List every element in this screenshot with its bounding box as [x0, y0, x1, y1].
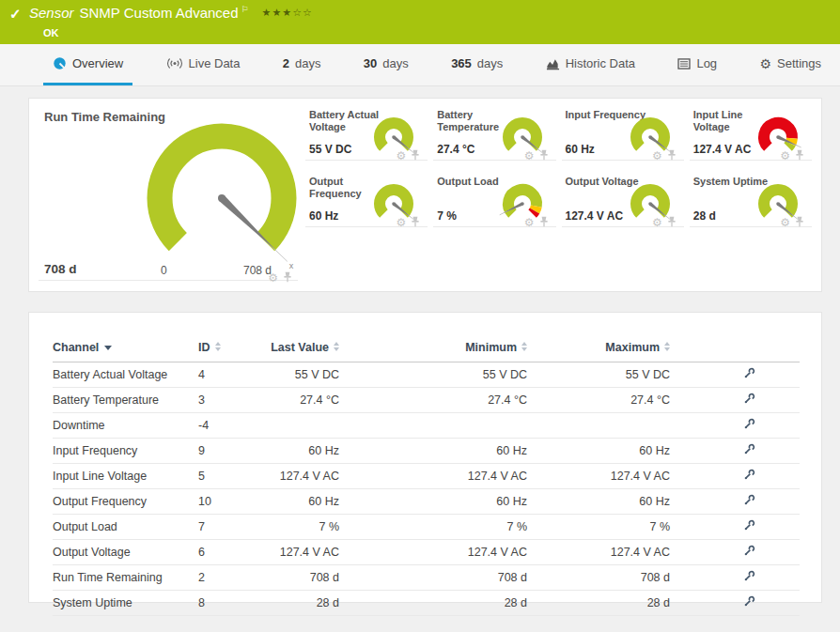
- tile-actions: ⚙: [396, 214, 420, 231]
- column-header-last-value[interactable]: Last Value: [245, 333, 339, 362]
- channel-settings-icon[interactable]: [743, 367, 755, 382]
- channel-settings-icon[interactable]: [743, 570, 755, 585]
- tab-historic-data[interactable]: Historic Data: [537, 44, 645, 85]
- sort-icon: [334, 342, 339, 351]
- channel-settings-icon[interactable]: [743, 595, 755, 610]
- last-value: 708 d: [245, 564, 339, 590]
- tab-2-days[interactable]: 2days: [273, 44, 331, 85]
- last-value: 28 d: [245, 590, 339, 615]
- tile-actions: ⚙: [780, 147, 804, 164]
- channel-row-battery-temperature[interactable]: Battery Temperature327.4 °C27.4 °C27.4 °…: [53, 387, 800, 412]
- gauge-value: 55 V DC: [309, 143, 351, 156]
- pin-icon[interactable]: [283, 270, 292, 286]
- sort-icon: [521, 342, 527, 351]
- channel-id: 7: [198, 514, 245, 539]
- channel-settings-icon[interactable]: [743, 418, 755, 433]
- ok-check-icon: ✓: [9, 6, 22, 23]
- channel-name: Input Line Voltage: [53, 463, 198, 488]
- pin-icon[interactable]: [667, 214, 677, 231]
- status-badge: OK: [43, 27, 59, 39]
- column-header-minimum[interactable]: Minimum: [339, 333, 527, 362]
- minimum-value: 55 V DC: [339, 362, 527, 387]
- pin-icon[interactable]: [539, 147, 549, 164]
- flag-icon[interactable]: ⚐: [241, 5, 249, 14]
- column-header-maximum[interactable]: Maximum: [527, 333, 670, 362]
- tab-overview[interactable]: Overview: [43, 44, 132, 85]
- column-header-id[interactable]: ID: [198, 333, 245, 362]
- channel-row-downtime[interactable]: Downtime-4: [53, 412, 800, 438]
- channel-settings-icon[interactable]: [743, 545, 755, 560]
- channel-row-output-voltage[interactable]: Output Voltage6127.4 V AC127.4 V AC127.4…: [53, 539, 800, 564]
- channel-row-battery-actual-voltage[interactable]: Battery Actual Voltage455 V DC55 V DC55 …: [53, 362, 800, 387]
- channel-row-system-uptime[interactable]: System Uptime828 d28 d28 d: [53, 590, 800, 615]
- column-label: Minimum: [465, 341, 517, 354]
- gear-icon[interactable]: ⚙: [268, 272, 278, 284]
- pin-icon[interactable]: [411, 147, 420, 164]
- channel-row-output-load[interactable]: Output Load77 %7 %7 %: [53, 514, 800, 539]
- maximum-value: 27.4 °C: [527, 387, 670, 412]
- tab-30-days[interactable]: 30days: [354, 44, 418, 85]
- tab-log[interactable]: Log: [668, 44, 726, 85]
- gear-icon[interactable]: ⚙: [780, 150, 790, 162]
- minimum-value: 27.4 °C: [339, 387, 527, 412]
- last-value: 60 Hz: [245, 438, 339, 463]
- gauge-value: 127.4 V AC: [566, 209, 624, 223]
- priority-stars[interactable]: ★★★☆☆: [262, 7, 313, 18]
- tab-label: Log: [696, 56, 717, 70]
- tab-label: days: [477, 56, 503, 70]
- tab-live-data[interactable]: Live Data: [157, 44, 250, 85]
- channel-settings-icon[interactable]: [743, 469, 755, 484]
- channel-settings-icon[interactable]: [743, 393, 755, 408]
- maximum-value: 7 %: [527, 514, 670, 539]
- tab-label-number: 2: [283, 56, 289, 70]
- channel-id: 9: [198, 438, 245, 463]
- channel-settings-icon[interactable]: [743, 443, 755, 458]
- channel-row-run-time-remaining[interactable]: Run Time Remaining2708 d708 d708 d: [53, 564, 800, 590]
- gear-icon[interactable]: ⚙: [652, 150, 662, 162]
- pin-icon[interactable]: [539, 214, 549, 231]
- channel-row-input-frequency[interactable]: Input Frequency960 Hz60 Hz60 Hz: [53, 438, 800, 463]
- maximum-value: 127.4 V AC: [527, 463, 670, 488]
- gear-icon[interactable]: ⚙: [524, 150, 535, 162]
- column-header-channel[interactable]: Channel: [53, 333, 198, 362]
- minimum-value: 28 d: [339, 590, 527, 615]
- column-label: Maximum: [605, 341, 660, 354]
- gauge-tile-output-load: Output Load7 %⚙: [433, 173, 555, 227]
- gauge-tile-output-frequency: Output Frequency60 Hz⚙: [305, 173, 428, 227]
- tab-label-number: 365: [451, 56, 472, 70]
- gear-icon[interactable]: ⚙: [396, 150, 406, 162]
- tab-365-days[interactable]: 365days: [442, 44, 512, 85]
- maximum-value: [527, 412, 670, 438]
- tab-settings[interactable]: ⚙Settings: [750, 44, 831, 85]
- gauge-tile-battery-temperature: Battery Temperature27.4 °C⚙: [433, 106, 555, 161]
- column-label: Channel: [53, 341, 99, 354]
- channel-id: 8: [198, 590, 245, 615]
- channel-name: Battery Temperature: [53, 387, 198, 412]
- channel-row-output-frequency[interactable]: Output Frequency1060 Hz60 Hz60 Hz: [53, 488, 800, 514]
- maximum-value: 60 Hz: [527, 488, 670, 514]
- pin-icon[interactable]: [667, 147, 677, 164]
- channel-row-input-line-voltage[interactable]: Input Line Voltage5127.4 V AC127.4 V AC1…: [53, 463, 800, 488]
- channel-name: Output Voltage: [53, 539, 198, 564]
- pin-icon[interactable]: [795, 147, 804, 164]
- gear-icon[interactable]: ⚙: [652, 217, 662, 228]
- pin-icon[interactable]: [411, 214, 420, 231]
- gear-icon[interactable]: ⚙: [524, 217, 535, 228]
- maximum-value: 60 Hz: [527, 438, 670, 463]
- last-value: 7 %: [245, 514, 339, 539]
- channel-settings-icon[interactable]: [743, 519, 755, 534]
- sort-desc-icon: [104, 346, 112, 350]
- channel-settings-icon[interactable]: [743, 494, 755, 509]
- tab-label: Historic Data: [566, 56, 635, 70]
- channel-name: Input Frequency: [53, 438, 198, 463]
- tab-label: days: [295, 56, 320, 70]
- tile-actions: ⚙: [396, 147, 420, 164]
- tab-bar: OverviewLive Data2days30days365daysHisto…: [0, 44, 840, 86]
- sort-icon: [664, 342, 670, 351]
- channel-id: -4: [198, 412, 245, 438]
- gear-icon[interactable]: ⚙: [396, 217, 406, 228]
- gauge-value: 60 Hz: [566, 143, 595, 156]
- pin-icon[interactable]: [795, 214, 804, 231]
- gauge-tile-battery-actual-voltage: Battery Actual Voltage55 V DC⚙: [305, 106, 428, 161]
- gear-icon[interactable]: ⚙: [780, 217, 790, 228]
